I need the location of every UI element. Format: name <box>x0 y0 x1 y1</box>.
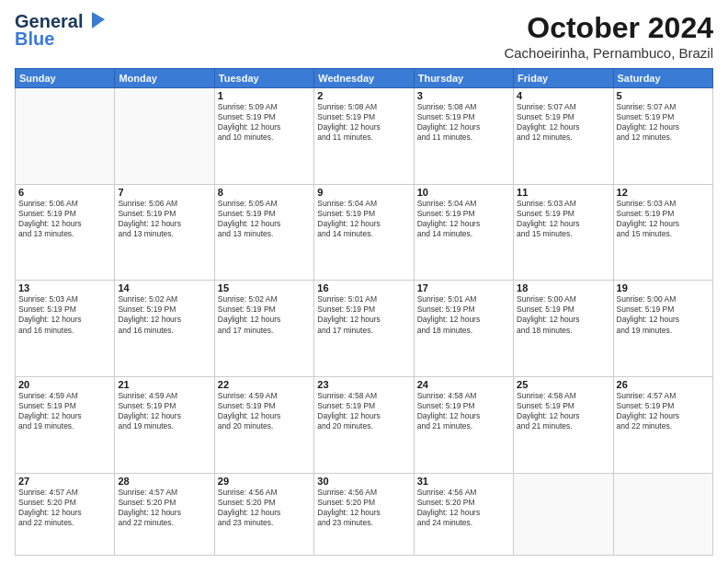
calendar-cell: 25Sunrise: 4:58 AM Sunset: 5:19 PM Dayli… <box>514 377 613 474</box>
day-detail: Sunrise: 4:56 AM Sunset: 5:20 PM Dayligh… <box>417 488 510 528</box>
day-number: 7 <box>118 187 210 198</box>
calendar-cell: 23Sunrise: 4:58 AM Sunset: 5:19 PM Dayli… <box>314 377 414 474</box>
day-number: 22 <box>218 379 311 390</box>
calendar-cell: 9Sunrise: 5:04 AM Sunset: 5:19 PM Daylig… <box>314 184 414 281</box>
day-header-saturday: Saturday <box>613 69 712 88</box>
calendar-cell: 13Sunrise: 5:03 AM Sunset: 5:19 PM Dayli… <box>16 281 115 377</box>
day-detail: Sunrise: 4:59 AM Sunset: 5:19 PM Dayligh… <box>18 391 111 431</box>
day-number: 12 <box>617 187 710 198</box>
calendar-week-1: 1Sunrise: 5:09 AM Sunset: 5:19 PM Daylig… <box>16 88 713 185</box>
day-number: 26 <box>617 379 710 390</box>
day-number: 11 <box>517 187 609 198</box>
day-number: 3 <box>417 90 510 101</box>
day-number: 13 <box>18 282 111 293</box>
day-detail: Sunrise: 5:01 AM Sunset: 5:19 PM Dayligh… <box>317 294 410 335</box>
day-detail: Sunrise: 5:08 AM Sunset: 5:19 PM Dayligh… <box>417 102 510 143</box>
day-detail: Sunrise: 5:03 AM Sunset: 5:19 PM Dayligh… <box>517 199 609 239</box>
calendar-title: October 2024 <box>504 11 713 45</box>
day-number: 10 <box>417 187 510 198</box>
header: General Blue October 2024 Cachoeirinha, … <box>15 11 713 61</box>
day-detail: Sunrise: 5:09 AM Sunset: 5:19 PM Dayligh… <box>218 102 311 143</box>
calendar-cell <box>514 473 613 555</box>
calendar-week-5: 27Sunrise: 4:57 AM Sunset: 5:20 PM Dayli… <box>16 473 713 555</box>
day-number: 2 <box>317 90 410 101</box>
day-number: 4 <box>517 90 609 101</box>
logo-blue: Blue <box>15 29 54 50</box>
day-detail: Sunrise: 4:59 AM Sunset: 5:19 PM Dayligh… <box>218 391 311 431</box>
day-number: 19 <box>617 282 710 293</box>
calendar-cell: 20Sunrise: 4:59 AM Sunset: 5:19 PM Dayli… <box>16 377 115 474</box>
calendar-table: SundayMondayTuesdayWednesdayThursdayFrid… <box>15 68 713 556</box>
day-number: 8 <box>218 187 311 198</box>
calendar-cell: 3Sunrise: 5:08 AM Sunset: 5:19 PM Daylig… <box>414 88 513 185</box>
day-number: 5 <box>617 90 710 101</box>
calendar-week-2: 6Sunrise: 5:06 AM Sunset: 5:19 PM Daylig… <box>16 184 713 281</box>
day-number: 1 <box>218 90 311 101</box>
calendar-week-4: 20Sunrise: 4:59 AM Sunset: 5:19 PM Dayli… <box>16 377 713 474</box>
day-number: 29 <box>218 476 311 487</box>
day-header-friday: Friday <box>514 69 613 88</box>
calendar-cell: 26Sunrise: 4:57 AM Sunset: 5:19 PM Dayli… <box>613 377 712 474</box>
day-detail: Sunrise: 4:58 AM Sunset: 5:19 PM Dayligh… <box>417 391 510 431</box>
calendar-cell: 16Sunrise: 5:01 AM Sunset: 5:19 PM Dayli… <box>314 281 414 377</box>
calendar-header-row: SundayMondayTuesdayWednesdayThursdayFrid… <box>16 69 713 88</box>
calendar-cell: 6Sunrise: 5:06 AM Sunset: 5:19 PM Daylig… <box>16 184 115 281</box>
day-detail: Sunrise: 4:56 AM Sunset: 5:20 PM Dayligh… <box>317 488 410 528</box>
calendar-cell: 5Sunrise: 5:07 AM Sunset: 5:19 PM Daylig… <box>613 88 712 185</box>
day-header-sunday: Sunday <box>16 69 115 88</box>
day-detail: Sunrise: 4:57 AM Sunset: 5:20 PM Dayligh… <box>18 488 111 528</box>
calendar-cell: 1Sunrise: 5:09 AM Sunset: 5:19 PM Daylig… <box>214 88 313 185</box>
day-detail: Sunrise: 5:01 AM Sunset: 5:19 PM Dayligh… <box>417 294 510 335</box>
day-number: 25 <box>517 379 609 390</box>
calendar-cell: 28Sunrise: 4:57 AM Sunset: 5:20 PM Dayli… <box>115 473 214 555</box>
calendar-subtitle: Cachoeirinha, Pernambuco, Brazil <box>504 45 713 61</box>
day-detail: Sunrise: 4:59 AM Sunset: 5:19 PM Dayligh… <box>118 391 210 431</box>
day-detail: Sunrise: 5:02 AM Sunset: 5:19 PM Dayligh… <box>118 294 210 335</box>
day-detail: Sunrise: 5:04 AM Sunset: 5:19 PM Dayligh… <box>417 199 510 239</box>
day-header-wednesday: Wednesday <box>314 69 414 88</box>
day-detail: Sunrise: 5:00 AM Sunset: 5:19 PM Dayligh… <box>517 294 609 335</box>
day-detail: Sunrise: 4:58 AM Sunset: 5:19 PM Dayligh… <box>317 391 410 431</box>
calendar-cell: 14Sunrise: 5:02 AM Sunset: 5:19 PM Dayli… <box>115 281 214 377</box>
logo-icon <box>85 12 105 29</box>
day-number: 31 <box>417 476 510 487</box>
day-detail: Sunrise: 5:07 AM Sunset: 5:19 PM Dayligh… <box>617 102 710 143</box>
day-detail: Sunrise: 5:08 AM Sunset: 5:19 PM Dayligh… <box>317 102 410 143</box>
day-number: 21 <box>118 379 210 390</box>
day-number: 6 <box>18 187 111 198</box>
day-detail: Sunrise: 5:05 AM Sunset: 5:19 PM Dayligh… <box>218 199 311 239</box>
day-detail: Sunrise: 5:00 AM Sunset: 5:19 PM Dayligh… <box>617 294 710 335</box>
logo: General Blue <box>15 11 105 50</box>
calendar-cell: 7Sunrise: 5:06 AM Sunset: 5:19 PM Daylig… <box>115 184 214 281</box>
day-number: 9 <box>317 187 410 198</box>
day-header-monday: Monday <box>115 69 214 88</box>
calendar-cell: 10Sunrise: 5:04 AM Sunset: 5:19 PM Dayli… <box>414 184 513 281</box>
title-block: October 2024 Cachoeirinha, Pernambuco, B… <box>504 11 713 61</box>
day-detail: Sunrise: 5:02 AM Sunset: 5:19 PM Dayligh… <box>218 294 311 335</box>
day-detail: Sunrise: 5:03 AM Sunset: 5:19 PM Dayligh… <box>617 199 710 239</box>
day-detail: Sunrise: 4:57 AM Sunset: 5:19 PM Dayligh… <box>617 391 710 431</box>
calendar-cell: 22Sunrise: 4:59 AM Sunset: 5:19 PM Dayli… <box>214 377 313 474</box>
calendar-cell: 27Sunrise: 4:57 AM Sunset: 5:20 PM Dayli… <box>16 473 115 555</box>
day-number: 14 <box>118 282 210 293</box>
day-number: 16 <box>317 282 410 293</box>
calendar-cell <box>613 473 712 555</box>
day-number: 20 <box>18 379 111 390</box>
day-number: 15 <box>218 282 311 293</box>
day-detail: Sunrise: 5:03 AM Sunset: 5:19 PM Dayligh… <box>18 294 111 335</box>
calendar-cell: 17Sunrise: 5:01 AM Sunset: 5:19 PM Dayli… <box>414 281 513 377</box>
calendar-cell: 4Sunrise: 5:07 AM Sunset: 5:19 PM Daylig… <box>514 88 613 185</box>
day-detail: Sunrise: 5:06 AM Sunset: 5:19 PM Dayligh… <box>18 199 111 239</box>
day-detail: Sunrise: 4:58 AM Sunset: 5:19 PM Dayligh… <box>517 391 609 431</box>
page: General Blue October 2024 Cachoeirinha, … <box>0 0 728 563</box>
calendar-cell: 18Sunrise: 5:00 AM Sunset: 5:19 PM Dayli… <box>514 281 613 377</box>
day-number: 17 <box>417 282 510 293</box>
calendar-cell: 30Sunrise: 4:56 AM Sunset: 5:20 PM Dayli… <box>314 473 414 555</box>
day-number: 27 <box>18 476 111 487</box>
day-number: 18 <box>517 282 609 293</box>
calendar-cell <box>115 88 214 185</box>
day-header-tuesday: Tuesday <box>214 69 313 88</box>
calendar-cell: 2Sunrise: 5:08 AM Sunset: 5:19 PM Daylig… <box>314 88 414 185</box>
calendar-cell: 31Sunrise: 4:56 AM Sunset: 5:20 PM Dayli… <box>414 473 513 555</box>
day-detail: Sunrise: 4:56 AM Sunset: 5:20 PM Dayligh… <box>218 488 311 528</box>
